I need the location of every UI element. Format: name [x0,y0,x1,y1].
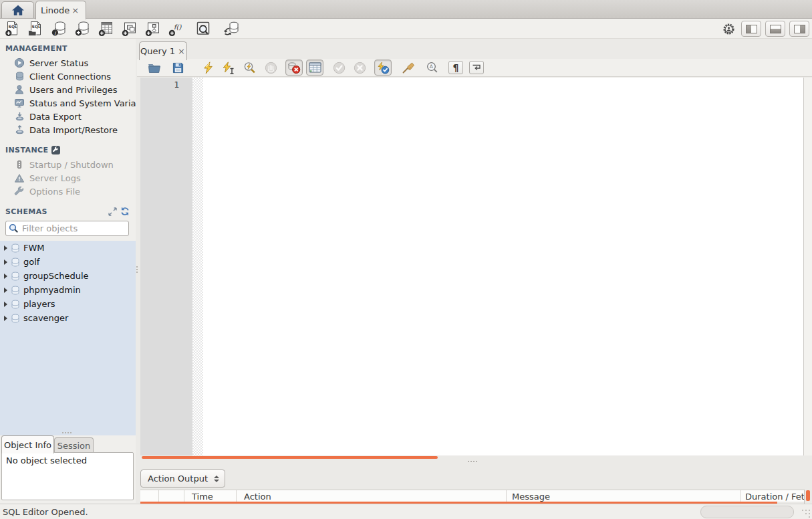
home-tab[interactable] [1,1,34,18]
sidebar-item-options-file[interactable]: Options File [0,185,136,198]
toggle-left-panel-button[interactable] [741,21,761,37]
toggle-stop-on-error-button[interactable] [285,60,303,76]
object-info-content: No object selected [1,452,134,500]
create-view-button[interactable] [120,20,138,37]
output-view-selector[interactable]: Action Output [140,470,225,488]
column-divider[interactable] [236,490,237,502]
close-icon[interactable]: × [177,47,186,56]
open-script-button[interactable] [146,60,163,76]
output-vertical-scrollbar[interactable] [806,490,810,501]
schema-node-scavenger[interactable]: scavenger [0,311,136,325]
output-splitter-handle[interactable] [468,461,469,462]
create-procedure-button[interactable] [144,20,161,37]
reconnect-dbms-button[interactable] [223,20,240,37]
schema-node-phpmyadmin[interactable]: phpmyadmin [0,283,136,297]
open-sql-script-button[interactable]: SQL [27,20,44,37]
new-query-tab-button[interactable]: SQL [3,20,21,37]
schema-inspector-button[interactable]: i [50,20,67,37]
create-table-button[interactable] [97,20,114,37]
column-header-time[interactable]: Time [192,492,213,502]
mysql-workbench-window: Linode × SQL SQL i [0,0,812,519]
save-script-icon [172,62,184,74]
connection-tab[interactable]: Linode × [35,1,86,19]
schema-filter [5,221,129,236]
sidebar-horizontal-splitter[interactable] [62,432,63,433]
sql-editor-canvas[interactable] [203,78,803,455]
status-variables-icon [14,98,25,108]
close-icon[interactable]: × [71,6,80,15]
schema-node-players[interactable]: players [0,297,136,311]
instance-section-title: INSTANCE [0,144,136,155]
beautify-script-button[interactable] [400,60,417,76]
refresh-schemas-icon[interactable] [120,207,130,216]
open-script-icon [148,62,161,74]
create-schema-button[interactable] [74,20,91,37]
toggle-wrap-button[interactable] [469,61,484,74]
find-button[interactable]: A [424,60,441,76]
search-table-data-button[interactable] [194,20,211,37]
create-function-button[interactable]: f() [167,20,184,37]
tab-query-1[interactable]: Query 1 × [139,41,187,60]
output-right-border [804,490,805,504]
tab-session[interactable]: Session [54,437,94,453]
home-icon [11,5,25,16]
limit-rows-button[interactable] [306,60,323,76]
server-logs-icon [14,173,25,183]
svg-text:SQL: SQL [32,24,41,29]
limit-rows-icon [309,62,321,74]
column-divider[interactable] [506,490,507,502]
toggle-autocommit-button[interactable] [374,60,392,76]
create-table-icon [98,20,114,37]
database-schema-icon [11,300,20,309]
sidebar-item-client-connections[interactable]: Client Connections [0,70,136,83]
show-invisibles-button[interactable]: ¶ [448,61,463,74]
expander-icon[interactable] [4,260,7,265]
schema-filter-input[interactable] [5,221,129,236]
rollback-button[interactable] [351,60,368,76]
schema-node-groupschedule[interactable]: groupSchedule [0,269,136,283]
expander-icon[interactable] [4,316,7,321]
column-header-action[interactable]: Action [244,492,271,502]
sidebar-item-data-import[interactable]: Data Import/Restore [0,123,136,136]
find-icon: A [426,62,438,74]
editor-horizontal-scrollbar[interactable] [142,456,438,459]
sidebar-item-server-status[interactable]: Server Status [0,56,136,70]
sidebar-item-data-export[interactable]: Data Export [0,110,136,123]
window-resize-grip[interactable] [802,510,803,511]
explain-plan-button[interactable] [241,60,258,76]
expander-icon[interactable] [4,274,7,279]
execute-button[interactable] [199,60,217,76]
column-header-message[interactable]: Message [512,492,550,502]
preferences-gear-button[interactable] [720,20,737,37]
commit-button[interactable] [330,60,348,76]
database-schema-icon [11,286,20,295]
commit-icon [333,62,346,74]
column-divider[interactable] [158,490,159,502]
expander-icon[interactable] [4,245,7,251]
svg-text:SQL: SQL [9,24,17,29]
editor-vertical-scrollbar[interactable] [803,78,812,455]
tab-object-info[interactable]: Object Info [1,435,54,453]
schema-node-fwm[interactable]: FWM [0,241,136,255]
toggle-right-panel-button[interactable] [789,21,809,37]
column-header-duration-fetch[interactable]: Duration / Fetch [745,492,804,502]
wrench-badge-icon [51,146,60,154]
sidebar-item-server-logs[interactable]: Server Logs [0,171,136,185]
sidebar-item-users-privileges[interactable]: Users and Privileges [0,83,136,96]
expander-icon[interactable] [4,302,7,307]
column-divider[interactable] [184,490,184,502]
expander-icon[interactable] [4,288,7,293]
line-number: 1 [140,80,179,90]
stop-query-icon [265,62,277,74]
execute-current-statement-button[interactable] [220,60,237,76]
stop-query-button[interactable] [262,60,279,76]
toggle-bottom-panel-button[interactable] [765,21,785,37]
column-divider[interactable] [740,490,741,502]
expand-schemas-icon[interactable] [108,207,117,216]
sidebar-vertical-splitter[interactable] [136,266,138,268]
sidebar-item-status-variables[interactable]: Status and System Variables [0,96,136,110]
schema-node-golf[interactable]: golf [0,255,136,269]
sidebar-item-startup-shutdown[interactable]: Startup / Shutdown [0,158,136,171]
save-script-button[interactable] [169,60,186,76]
create-view-icon [121,20,138,37]
